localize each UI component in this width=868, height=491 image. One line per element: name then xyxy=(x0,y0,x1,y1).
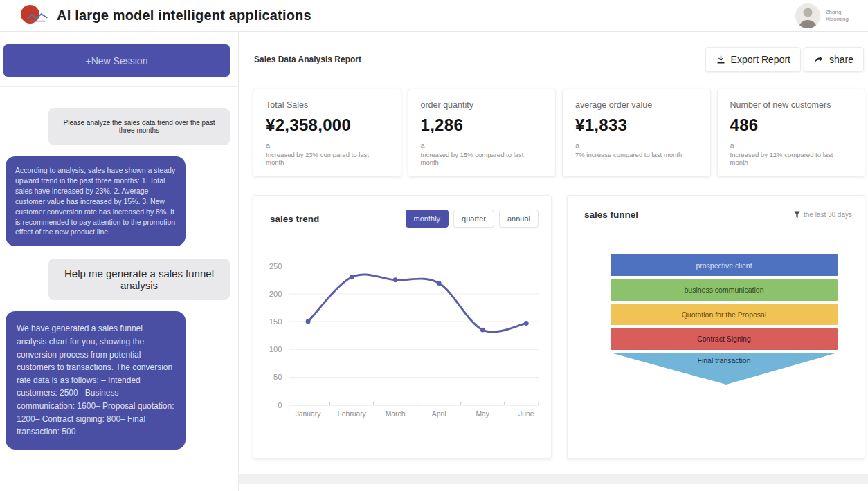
export-report-label: Export Report xyxy=(731,54,790,65)
funnel-stage-quotation: Quotation for the Proposal xyxy=(611,304,838,325)
kpi-trend-glyph-icon: a xyxy=(421,141,543,149)
chat-message-list: Please analyze the sales data trend over… xyxy=(0,87,238,450)
kpi-delta: Increased by 12% compared to last month xyxy=(730,151,853,166)
funnel-range: the last 30 days xyxy=(794,211,852,219)
svg-text:June: June xyxy=(518,410,534,418)
funnel-stage-business-communication: business communication xyxy=(611,279,838,301)
kpi-delta: 7% increase compared to last month xyxy=(575,151,698,158)
charts-row: sales trend monthly quarter annual 05010… xyxy=(253,195,865,459)
svg-text:100: 100 xyxy=(269,345,282,353)
svg-text:May: May xyxy=(476,410,489,418)
svg-text:50: 50 xyxy=(273,373,282,381)
sales-funnel-title: sales funnel xyxy=(584,210,638,220)
footer-band xyxy=(239,474,868,484)
avatar-silhouette-icon xyxy=(795,3,820,28)
share-button[interactable]: share xyxy=(804,47,864,72)
sales-funnel-panel: sales funnel the last 30 days prospectiv… xyxy=(567,195,865,459)
chat-message-assistant-1: According to analysis, sales have shown … xyxy=(6,156,186,246)
share-label: share xyxy=(829,54,853,65)
kpi-card-total-sales: Total Sales ¥2,358,000 a Increased by 23… xyxy=(253,89,401,177)
kpi-row: Total Sales ¥2,358,000 a Increased by 23… xyxy=(253,89,865,177)
report-title: Sales Data Analysis Report xyxy=(254,55,361,64)
svg-text:January: January xyxy=(296,410,322,418)
user-area: Zhang Xiaoming xyxy=(795,3,849,28)
kpi-value: 486 xyxy=(730,115,853,135)
kpi-label: order quantity xyxy=(421,100,543,110)
kpi-delta: Increased by 23% compared to last month xyxy=(266,151,388,166)
chat-message-user-2: Help me generate a sales funnel analysis xyxy=(48,259,230,300)
tab-quarter[interactable]: quarter xyxy=(453,210,494,228)
user-name-last: Xiaoming xyxy=(826,16,849,23)
kpi-label: average order value xyxy=(575,100,698,110)
kpi-card-order-quantity: order quantity 1,286 a Increased by 15% … xyxy=(408,89,557,177)
chat-sidebar: +New Session Please analyze the sales da… xyxy=(0,32,239,491)
new-session-button[interactable]: +New Session xyxy=(3,44,230,77)
kpi-label: Number of new customers xyxy=(730,100,853,110)
svg-text:February: February xyxy=(337,410,366,418)
download-icon xyxy=(716,55,726,65)
svg-text:0: 0 xyxy=(278,401,282,409)
funnel-stage-prospective-client: prospective client xyxy=(611,254,838,276)
funnel-stage-final-transaction: Final transaction xyxy=(611,353,838,387)
kpi-value: 1,286 xyxy=(421,115,543,135)
svg-text:150: 150 xyxy=(269,317,282,326)
report-header: Sales Data Analysis Report Export Report… xyxy=(253,41,865,89)
sales-trend-line-chart: 050100150200250JanuaryFebruaryMarchApril… xyxy=(255,251,548,434)
app-header: AI large model intelligent applications … xyxy=(0,0,868,32)
sales-funnel-header: sales funnel the last 30 days xyxy=(568,196,865,224)
sales-funnel-chart: prospective client business communicatio… xyxy=(611,254,838,387)
logo-trend-line-icon xyxy=(26,11,48,24)
kpi-value: ¥2,358,000 xyxy=(266,115,388,135)
chat-message-assistant-2: We have generated a sales funnel analysi… xyxy=(6,311,186,449)
kpi-value: ¥1,833 xyxy=(575,115,698,135)
app-root: AI large model intelligent applications … xyxy=(0,0,868,491)
user-name-first: Zhang xyxy=(826,9,849,16)
tab-monthly[interactable]: monthly xyxy=(406,210,449,228)
kpi-card-average-order-value: average order value ¥1,833 a 7% increase… xyxy=(562,89,711,177)
kpi-card-new-customers: Number of new customers 486 a Increased … xyxy=(717,89,866,177)
share-arrow-icon xyxy=(814,55,824,65)
chat-message-user-1: Please analyze the sales data trend over… xyxy=(48,108,230,145)
funnel-range-label: the last 30 days xyxy=(804,211,852,219)
app-logo-icon xyxy=(21,4,48,28)
kpi-delta: Increased by 15% compared to last month xyxy=(421,151,543,166)
svg-text:March: March xyxy=(386,410,406,418)
sales-trend-title: sales trend xyxy=(270,214,319,224)
user-name: Zhang Xiaoming xyxy=(826,9,849,23)
kpi-trend-glyph-icon: a xyxy=(266,141,388,149)
sales-trend-panel: sales trend monthly quarter annual 05010… xyxy=(253,195,552,459)
trend-period-tabs: monthly quarter annual xyxy=(406,210,539,228)
svg-text:200: 200 xyxy=(269,290,282,298)
funnel-range-icon xyxy=(794,211,800,219)
export-report-button[interactable]: Export Report xyxy=(705,47,801,72)
tab-annual[interactable]: annual xyxy=(499,210,539,228)
kpi-trend-glyph-icon: a xyxy=(730,141,853,149)
user-avatar[interactable] xyxy=(795,3,820,28)
svg-text:April: April xyxy=(432,410,446,418)
kpi-label: Total Sales xyxy=(266,100,388,110)
app-title: AI large model intelligent applications xyxy=(57,8,311,24)
svg-text:250: 250 xyxy=(269,262,282,270)
sales-trend-header: sales trend monthly quarter annual xyxy=(253,196,551,232)
funnel-stage-contract-signing: Contract Signing xyxy=(611,328,838,350)
dashboard-main: Sales Data Analysis Report Export Report… xyxy=(239,32,868,491)
kpi-trend-glyph-icon: a xyxy=(575,141,698,149)
